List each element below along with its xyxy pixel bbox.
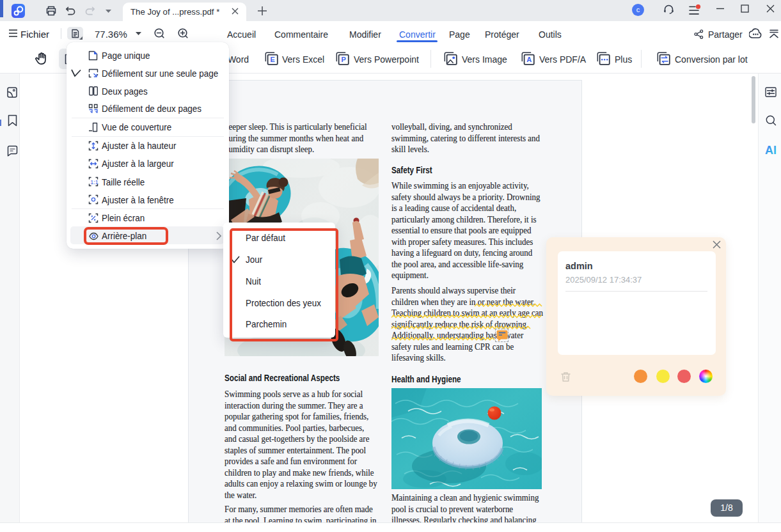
svg-text:P: P [342, 56, 346, 63]
svg-text:A: A [526, 56, 532, 63]
svg-text:E: E [271, 56, 275, 63]
svg-text:1:1: 1:1 [90, 179, 99, 185]
svg-text:AI: AI [765, 144, 777, 156]
